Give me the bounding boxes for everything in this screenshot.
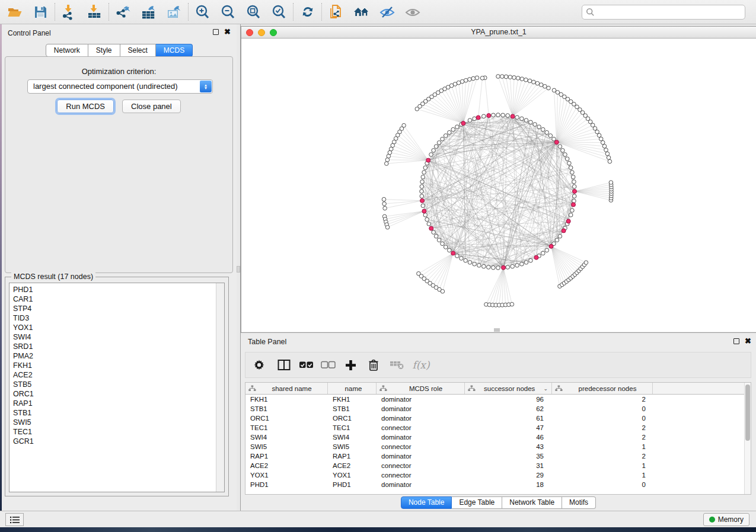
- mcds-result-item[interactable]: PMA2: [9, 351, 224, 361]
- function-builder-button[interactable]: f(x): [408, 359, 434, 371]
- search-input[interactable]: [582, 5, 745, 20]
- tab-network[interactable]: Network: [46, 44, 88, 57]
- tab-node-table[interactable]: Node Table: [401, 496, 452, 509]
- mcds-result-item[interactable]: STP4: [9, 304, 224, 313]
- hide-all-columns-button[interactable]: [317, 361, 339, 369]
- create-column-button[interactable]: [339, 360, 362, 371]
- table-row[interactable]: FKH1FKH1dominator962: [245, 395, 744, 404]
- export-network-button[interactable]: [110, 1, 136, 23]
- zoom-fit-button[interactable]: [241, 1, 266, 23]
- column-header-MCDS-role[interactable]: MCDS role: [377, 383, 465, 394]
- table-row[interactable]: SWI4SWI4dominator462: [245, 432, 744, 442]
- network-scrollbar-grip[interactable]: [494, 328, 500, 332]
- open-session-button[interactable]: [2, 1, 28, 23]
- mcds-result-item[interactable]: STB1: [9, 408, 224, 418]
- cell-MCDS-role: dominator: [377, 432, 465, 442]
- mcds-result-item[interactable]: TEC1: [9, 427, 224, 437]
- vertical-splitter[interactable]: [237, 24, 241, 511]
- mcds-result-item[interactable]: PHD1: [9, 285, 224, 294]
- export-image-button[interactable]: [161, 1, 187, 23]
- mcds-result-item[interactable]: ACE2: [9, 370, 224, 380]
- network-window-titlebar[interactable]: YPA_prune.txt_1: [241, 27, 756, 39]
- close-panel-icon[interactable]: ✖: [224, 29, 231, 35]
- export-table-icon: [141, 4, 157, 20]
- network-window-title: YPA_prune.txt_1: [471, 28, 527, 36]
- network-canvas[interactable]: [241, 39, 756, 332]
- cell-shared-name: SWI5: [245, 442, 328, 451]
- mcds-result-item[interactable]: SRD1: [9, 342, 224, 351]
- cell-name: YOX1: [328, 470, 377, 480]
- hide-selected-button[interactable]: [374, 1, 400, 23]
- zoom-out-button[interactable]: [215, 1, 241, 23]
- tab-select[interactable]: Select: [120, 44, 156, 57]
- zoom-selected-button[interactable]: [266, 1, 292, 23]
- table-scrollbar-thumb[interactable]: [745, 384, 750, 441]
- column-header-predecessor-nodes[interactable]: predecessor nodes: [552, 383, 653, 394]
- tab-network-table[interactable]: Network Table: [502, 496, 562, 509]
- table-row[interactable]: ORC1ORC1dominator610: [245, 414, 744, 423]
- table-scrollbar[interactable]: [744, 383, 751, 494]
- save-session-button[interactable]: [28, 1, 53, 23]
- export-table-button[interactable]: [136, 1, 161, 23]
- split-view-button[interactable]: [273, 359, 295, 371]
- cell-shared-name: FKH1: [245, 395, 328, 404]
- show-all-button[interactable]: [400, 1, 425, 23]
- toolbar-separator: [188, 3, 189, 21]
- column-tree-icon: [555, 385, 563, 392]
- tab-style[interactable]: Style: [88, 44, 120, 57]
- cell-successor-nodes: 18: [465, 480, 552, 489]
- minimize-window-icon[interactable]: [258, 29, 265, 36]
- delete-table-button[interactable]: [385, 360, 408, 370]
- tab-motifs[interactable]: Motifs: [562, 496, 596, 509]
- table-row[interactable]: YOX1YOX1connector291: [245, 470, 744, 480]
- zoom-in-button[interactable]: [190, 1, 215, 23]
- splitter-grip[interactable]: [237, 266, 240, 273]
- import-table-button[interactable]: [82, 1, 107, 23]
- mcds-result-item[interactable]: CAR1: [9, 294, 224, 304]
- mcds-result-item[interactable]: STB5: [9, 380, 224, 389]
- show-all-columns-button[interactable]: [295, 361, 317, 369]
- table-settings-button[interactable]: [245, 359, 273, 371]
- run-mcds-button[interactable]: Run MCDS: [57, 100, 114, 113]
- import-network-button[interactable]: [56, 1, 82, 23]
- neighbors-button[interactable]: [349, 1, 374, 23]
- mcds-result-item[interactable]: SWI4: [9, 332, 224, 342]
- mcds-list-scrollbar[interactable]: [216, 283, 224, 492]
- table-row[interactable]: STB1STB1dominator620: [245, 404, 744, 414]
- delete-column-button[interactable]: [362, 359, 385, 371]
- close-window-icon[interactable]: [246, 29, 253, 36]
- new-network-from-selection-button[interactable]: [323, 1, 349, 23]
- table-row[interactable]: RAP1RAP1dominator352: [245, 451, 744, 461]
- mcds-result-item[interactable]: GCR1: [9, 437, 224, 446]
- float-panel-icon[interactable]: [213, 29, 219, 35]
- table-row[interactable]: TEC1TEC1connector472: [245, 423, 744, 432]
- close-panel-button[interactable]: Close panel: [122, 100, 181, 113]
- table-row[interactable]: ACE2ACE2connector311: [245, 461, 744, 470]
- close-panel-icon[interactable]: ✖: [745, 338, 751, 344]
- mcds-result-item[interactable]: TID3: [9, 313, 224, 323]
- table-row[interactable]: SWI5SWI5connector431: [245, 442, 744, 451]
- mcds-result-item[interactable]: RAP1: [9, 399, 224, 408]
- mcds-result-item[interactable]: FKH1: [9, 361, 224, 370]
- delete-table-icon: [390, 360, 404, 370]
- optimization-criterion-select[interactable]: largest connected component (undirected)…: [27, 79, 213, 94]
- column-header-successor-nodes[interactable]: successor nodes⌄: [465, 383, 552, 394]
- toolbar-separator: [293, 3, 294, 21]
- tab-mcds[interactable]: MCDS: [156, 44, 193, 57]
- tab-edge-table[interactable]: Edge Table: [452, 496, 502, 509]
- column-header-shared-name[interactable]: shared name: [245, 383, 328, 394]
- memory-button[interactable]: Memory: [703, 513, 749, 526]
- float-panel-icon[interactable]: [733, 338, 739, 344]
- column-header-name[interactable]: name: [328, 383, 377, 394]
- mcds-result-item[interactable]: YOX1: [9, 323, 224, 332]
- cell-name: SWI4: [328, 432, 377, 442]
- mcds-result-item[interactable]: ORC1: [9, 389, 224, 399]
- mcds-result-list[interactable]: PHD1CAR1STP4TID3YOX1SWI4SRD1PMA2FKH1ACE2…: [9, 283, 225, 492]
- mcds-result-box: MCDS result (17 nodes) PHD1CAR1STP4TID3Y…: [5, 277, 229, 496]
- maximize-window-icon[interactable]: [270, 29, 277, 36]
- mcds-result-item[interactable]: SWI5: [9, 418, 224, 427]
- table-row[interactable]: PHD1PHD1dominator180: [245, 480, 744, 489]
- refresh-button[interactable]: [295, 1, 320, 23]
- task-history-button[interactable]: [5, 513, 24, 526]
- cell-predecessor-nodes: 2: [552, 432, 653, 442]
